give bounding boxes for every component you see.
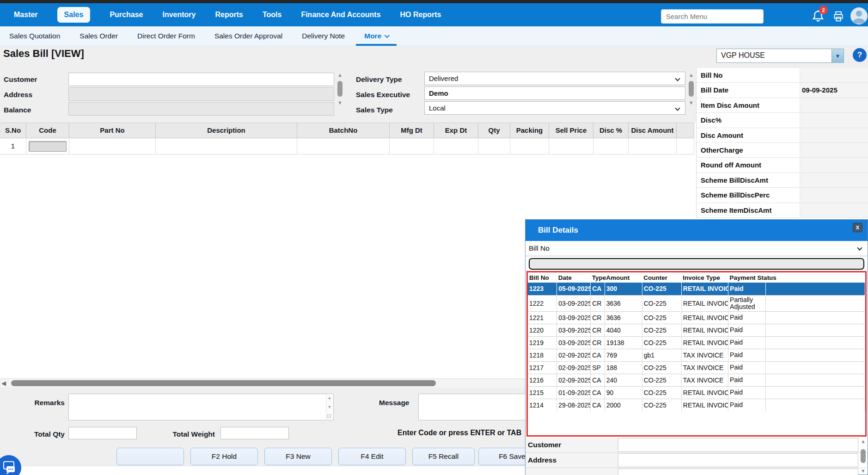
scroll-down-icon[interactable]: ▼	[337, 99, 342, 106]
grid-cell-code[interactable]	[26, 139, 69, 154]
bill-cell[interactable]	[766, 311, 865, 324]
bill-cell[interactable]: 03-09-2025	[557, 336, 591, 349]
bill-cell[interactable]: TAX INVOICE	[681, 374, 728, 386]
bill-cell[interactable]: 1214	[528, 399, 557, 411]
subnav-item-delivery-note[interactable]: Delivery Note	[293, 26, 353, 46]
subnav-item-direct-order-form[interactable]: Direct Order Form	[129, 26, 203, 46]
blank-button[interactable]	[116, 448, 184, 465]
bill-filter-select[interactable]: Bill No	[526, 241, 868, 256]
bill-cell[interactable]: 1223	[528, 283, 557, 295]
nav-item-purchase[interactable]: Purchase	[110, 11, 143, 19]
scroll-thumb[interactable]	[337, 81, 342, 97]
grid-cell-part-no[interactable]	[69, 139, 156, 154]
form-right-scrollbar[interactable]: ▲ ▼	[687, 72, 695, 118]
scroll-down-icon[interactable]: ▼	[328, 405, 332, 409]
f2-hold-button[interactable]: F2 Hold	[190, 448, 258, 465]
bill-cell[interactable]: 29-08-2025	[557, 399, 591, 411]
bill-cell[interactable]: CA	[591, 374, 605, 386]
subnav-item-sales-order-approval[interactable]: Sales Order Approval	[206, 26, 291, 46]
bill-cell[interactable]: gb1	[642, 349, 681, 361]
sales-executive-field[interactable]: Demo	[424, 86, 685, 100]
print-icon[interactable]	[832, 10, 845, 23]
chat-widget-icon[interactable]	[0, 455, 21, 475]
bill-cell[interactable]	[766, 361, 865, 374]
bill-cell[interactable]	[766, 399, 865, 411]
bill-cell[interactable]: Paid	[728, 361, 766, 374]
bill-cell[interactable]: RETAIL INVOICE	[681, 386, 728, 399]
branch-select[interactable]: VGP HOUSE ▼	[716, 49, 844, 63]
bill-cell[interactable]: 19138	[605, 336, 642, 349]
bill-cell[interactable]: Paid	[728, 374, 766, 386]
bill-cell[interactable]: 05-09-2025	[557, 283, 591, 295]
bill-cell[interactable]: Paid	[728, 399, 766, 411]
bill-cell[interactable]: 02-09-2025	[557, 349, 591, 361]
dialog-scrollbar[interactable]: ▲ ▼	[859, 438, 867, 474]
bill-cell[interactable]	[766, 374, 865, 386]
sales-type-select[interactable]: Local	[424, 101, 685, 115]
bill-cell[interactable]: 300	[605, 283, 642, 295]
dialog-header[interactable]: Bill Details X	[526, 220, 868, 241]
bill-cell[interactable]: CO-225	[642, 283, 681, 295]
help-icon[interactable]: ?	[853, 48, 867, 62]
bill-cell[interactable]: RETAIL INVOICE	[681, 283, 728, 295]
bill-cell[interactable]: SP	[591, 361, 605, 374]
bill-cell[interactable]: 1216	[528, 374, 557, 386]
bill-cell[interactable]: CR	[591, 311, 605, 324]
bill-cell[interactable]: 1221	[528, 311, 557, 324]
bill-cell[interactable]: Partially Adjusted	[728, 295, 766, 311]
balance-input[interactable]	[68, 102, 334, 116]
bill-cell[interactable]: Paid	[728, 311, 766, 324]
grid-cell-qty[interactable]	[478, 139, 510, 154]
form-left-scrollbar[interactable]: ▲ ▼	[336, 72, 344, 118]
bill-row-1214[interactable]: 121429-08-2025CA2000CO-225RETAIL INVOICE…	[528, 399, 865, 411]
resize-handle-icon[interactable]: ◫	[327, 414, 332, 418]
bill-cell[interactable]	[766, 283, 865, 295]
bill-cell[interactable]: CA	[591, 399, 605, 411]
scroll-down-icon[interactable]: ▼	[861, 468, 866, 474]
subnav-item-more[interactable]: More	[356, 26, 397, 46]
bill-cell[interactable]: CO-225	[642, 374, 681, 386]
bill-cell[interactable]: CR	[591, 295, 605, 311]
f5-recall-button[interactable]: F5 Recall	[412, 448, 475, 465]
bill-cell[interactable]: RETAIL INVOICE	[681, 399, 728, 411]
nav-item-inventory[interactable]: Inventory	[162, 11, 196, 19]
subnav-item-sales-quotation[interactable]: Sales Quotation	[1, 26, 68, 46]
branch-select-arrow-icon[interactable]: ▼	[831, 49, 844, 62]
bill-cell[interactable]: CA	[591, 386, 605, 399]
bill-cell[interactable]: CO-225	[642, 399, 681, 411]
bill-cell[interactable]: CA	[591, 349, 605, 361]
bill-cell[interactable]: RETAIL INVOICE	[681, 311, 728, 324]
bill-cell[interactable]	[766, 295, 865, 311]
grid-cell-extra[interactable]	[677, 139, 694, 154]
dialog-address-field[interactable]	[618, 453, 858, 467]
dialog-extra-field[interactable]	[618, 469, 858, 475]
bill-row-1221[interactable]: 122103-09-2025CR3636CO-225RETAIL INVOICE…	[528, 311, 865, 324]
grid-cell-disc[interactable]	[593, 139, 629, 154]
bill-cell[interactable]: CO-225	[642, 324, 681, 336]
scroll-up-icon[interactable]: ▲	[337, 72, 342, 78]
active-code-cell[interactable]	[29, 141, 67, 152]
nav-item-sales[interactable]: Sales	[57, 7, 91, 23]
total-qty-input[interactable]	[68, 427, 137, 439]
remarks-textarea[interactable]	[69, 394, 333, 420]
bill-cell[interactable]: 03-09-2025	[557, 295, 591, 311]
bill-cell[interactable]	[766, 386, 865, 399]
bill-cell[interactable]: CO-225	[642, 361, 681, 374]
bill-cell[interactable]: 02-09-2025	[557, 374, 591, 386]
bill-cell[interactable]: CO-225	[642, 311, 681, 324]
nav-item-finance-and-accounts[interactable]: Finance And Accounts	[301, 11, 380, 19]
nav-item-ho-reports[interactable]: HO Reports	[400, 11, 441, 19]
bill-cell[interactable]: CO-225	[642, 336, 681, 349]
bill-cell[interactable]: 1222	[528, 295, 557, 311]
delivery-type-select[interactable]: Delivered	[424, 72, 685, 85]
scroll-up-icon[interactable]: ▲	[861, 438, 866, 444]
bill-cell[interactable]: Paid	[728, 283, 766, 295]
scroll-left-icon[interactable]: ◀	[1, 380, 6, 387]
grid-cell-packing[interactable]	[510, 139, 549, 154]
bill-cell[interactable]: TAX INVOICE	[681, 349, 728, 361]
bill-cell[interactable]: 1215	[528, 386, 557, 399]
bill-cell[interactable]: CO-225	[642, 295, 681, 311]
bill-cell[interactable]: CA	[591, 283, 605, 295]
horizontal-scroll-thumb[interactable]	[11, 380, 436, 386]
bill-row-1220[interactable]: 122003-09-2025CR4040CO-225RETAIL INVOICE…	[528, 324, 865, 336]
